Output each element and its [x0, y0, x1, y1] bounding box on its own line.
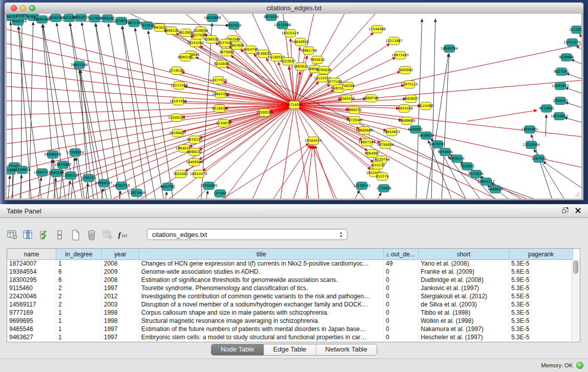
network-node[interactable]: 8471676 — [468, 170, 483, 178]
network-node[interactable]: 14138141 — [353, 182, 371, 190]
network-node[interactable]: 8938924 — [419, 132, 433, 140]
network-node[interactable]: 9245612 — [488, 186, 503, 193]
table-settings-icon[interactable] — [7, 229, 18, 241]
close-icon[interactable] — [575, 207, 582, 214]
network-node[interactable]: 127345 — [213, 190, 226, 198]
network-node[interactable]: 9329966 — [559, 54, 574, 61]
network-node[interactable]: 11548408 — [368, 26, 386, 33]
network-node[interactable]: 12505135 — [62, 172, 79, 180]
float-window-icon[interactable] — [561, 207, 570, 214]
tab-network-table[interactable]: Network Table — [316, 344, 377, 355]
network-node[interactable]: 7485063 — [398, 67, 412, 74]
network-node[interactable]: 19166827 — [169, 129, 186, 137]
network-node[interactable]: 2867608 — [229, 42, 244, 50]
network-node[interactable]: 9890185 — [178, 54, 192, 61]
network-node[interactable]: 1154679 — [216, 120, 231, 127]
network-node[interactable]: 16914479 — [190, 170, 207, 178]
delete-table-icon[interactable] — [86, 229, 97, 241]
graph-window-titlebar[interactable]: citations_edges.txt — [5, 3, 583, 14]
network-node[interactable]: 9474444 — [438, 148, 452, 156]
column-header-short[interactable]: short — [419, 249, 509, 259]
network-node[interactable]: 12093872 — [552, 82, 569, 90]
network-node[interactable]: 2718126 — [169, 67, 184, 75]
new-table-icon[interactable] — [70, 229, 81, 241]
network-node[interactable]: 7625402 — [173, 170, 188, 178]
table-row[interactable]: 1872400712008Changes of HCN gene express… — [7, 260, 580, 268]
network-canvas[interactable]: 1987032438718766032405572420691406963874… — [7, 14, 581, 199]
tab-node-table[interactable]: Node Table — [211, 344, 264, 355]
network-node[interactable]: 10654112 — [477, 178, 495, 186]
network-node[interactable]: 6794028 — [316, 67, 331, 74]
select-columns-icon[interactable] — [38, 229, 50, 241]
network-node[interactable]: 6479197 — [430, 141, 445, 148]
canvas-resize-grip[interactable] — [574, 191, 580, 198]
table-row[interactable]: 1938455462009Genome-wide association stu… — [7, 268, 580, 276]
column-header-out_de[interactable]: △out_de... — [384, 249, 419, 259]
network-node[interactable]: 1615132 — [370, 162, 385, 169]
network-node[interactable]: 9463627 — [403, 95, 418, 103]
network-node[interactable]: 746266 — [341, 82, 354, 90]
column-header-in_degree[interactable]: in_degree — [56, 249, 102, 259]
network-node[interactable]: 1244413 — [553, 97, 568, 105]
table-selector-dropdown[interactable]: citations_edges.txt ▲▼ — [147, 229, 347, 240]
table-row[interactable]: 946362711997Embryonic stem cells: a mode… — [7, 334, 580, 342]
network-node[interactable]: 20206556 — [44, 151, 61, 159]
network-node[interactable]: 7986372 — [346, 106, 361, 114]
table-row[interactable]: 946554611997Estimation of the future num… — [7, 325, 580, 334]
table-row[interactable]: 1830029562008Estimation of significance … — [7, 276, 580, 285]
table-panel-header[interactable]: Table Panel — [0, 204, 588, 218]
network-node[interactable]: 16961758 — [300, 47, 317, 55]
network-node[interactable]: 9498222 — [187, 148, 202, 156]
network-node[interactable]: 8322037 — [280, 58, 295, 65]
table-row[interactable]: 977716911998Corpus callosum shape and si… — [7, 309, 580, 317]
network-node[interactable]: 12213369 — [170, 82, 188, 90]
show-columns-icon[interactable] — [23, 229, 34, 241]
network-node[interactable]: 16648784 — [441, 45, 458, 53]
network-node[interactable]: 9860128 — [164, 27, 179, 35]
network-node[interactable]: 12923448 — [128, 189, 145, 197]
network-node[interactable]: 18640910 — [292, 38, 309, 46]
network-node[interactable]: 15218596 — [274, 21, 291, 29]
network-node[interactable]: 15692901 — [521, 126, 538, 134]
citation-network-svg[interactable]: 1987032438718766032405572420691406963874… — [7, 14, 581, 199]
table-row[interactable]: 911546021997Tourette syndrome. Phenomeno… — [7, 285, 580, 293]
network-node[interactable]: 1862615 — [293, 63, 308, 71]
network-node[interactable]: 11877516 — [210, 77, 227, 84]
row-height-icon[interactable] — [54, 229, 66, 241]
network-node[interactable]: 1733426 — [376, 185, 391, 192]
network-node[interactable]: 2935114 — [449, 155, 464, 163]
column-header-name[interactable]: name — [7, 249, 56, 259]
column-header-year[interactable]: year — [102, 249, 139, 259]
column-header-pagerank[interactable]: pagerank — [509, 249, 573, 259]
table-row[interactable]: 969969511998Structural magnetic resonanc… — [7, 317, 580, 325]
table-row[interactable]: 2242004622012Investigating the contribut… — [7, 293, 580, 301]
network-node[interactable]: 20364436 — [338, 95, 355, 103]
network-node[interactable]: 1795723 — [81, 174, 96, 182]
column-header-title[interactable]: title — [139, 249, 384, 259]
network-node[interactable]: 19958187 — [95, 180, 113, 187]
network-node[interactable]: 19654923 — [383, 128, 400, 136]
network-node[interactable]: 1167551 — [531, 155, 546, 163]
scrollbar-thumb[interactable] — [573, 260, 578, 274]
import-table-icon[interactable] — [102, 229, 113, 241]
network-node[interactable]: 7955812 — [310, 56, 324, 64]
network-node[interactable]: 16033809 — [204, 14, 221, 22]
network-node[interactable]: 8186328 — [204, 36, 219, 43]
network-node[interactable]: 6440951 — [408, 126, 423, 134]
table-row[interactable]: 1456911722003Disruption of a novel membe… — [7, 301, 580, 309]
network-node[interactable]: 8813054 — [264, 14, 278, 21]
network-node[interactable]: 1080748 — [363, 95, 378, 102]
network-node[interactable]: 18325419 — [281, 30, 299, 37]
network-node[interactable]: 9457791 — [160, 183, 175, 191]
network-node[interactable]: 9115460 — [418, 102, 433, 110]
network-node[interactable]: 8216416 — [212, 105, 227, 113]
tab-edge-table[interactable]: Edge Table — [264, 344, 316, 355]
network-node[interactable]: 16107554 — [169, 98, 187, 105]
network-node[interactable]: 5878334 — [187, 136, 202, 144]
network-node[interactable]: 20653346 — [71, 61, 88, 69]
network-node[interactable]: 7032621 — [460, 163, 474, 170]
network-node[interactable]: 252274 — [376, 173, 388, 181]
network-node[interactable]: 17016504 — [522, 141, 540, 149]
network-node[interactable]: 11046312 — [168, 114, 185, 122]
network-node[interactable]: 9242848 — [214, 60, 229, 68]
